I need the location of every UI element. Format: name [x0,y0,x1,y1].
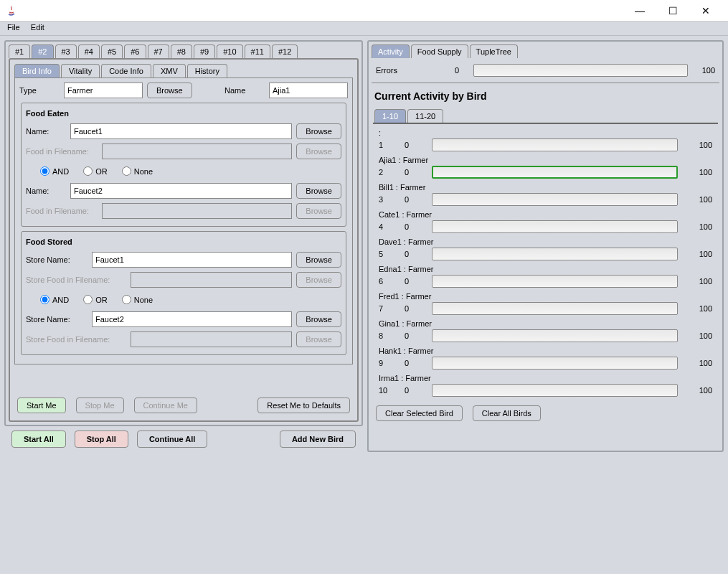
bird-max: 100 [691,386,712,395]
top-tab-2[interactable]: #2 [32,44,53,58]
bird-max: 100 [691,359,712,367]
sub-tab-code-info[interactable]: Code Info [101,64,151,77]
bird-value: 0 [405,331,419,340]
sub-tab-xmv[interactable]: XMV [153,64,186,77]
fs-radio-and[interactable]: AND [40,295,69,304]
fe-radio-or[interactable]: OR [83,166,108,176]
minimize-button[interactable]: — [623,0,656,22]
bird-max: 100 [691,304,712,313]
fe-ff1-input [102,144,292,159]
bird-progress-bar [432,302,678,315]
menu-file[interactable]: File [7,23,20,32]
top-tab-12[interactable]: #12 [272,44,298,58]
fs-sff1-input [131,272,292,288]
food-stored-section: Food Stored Store Name: Browse Store Foo… [21,231,346,355]
bird-progress-bar [432,357,678,370]
start-all-button[interactable]: Start All [11,430,66,448]
page-tab-1-10[interactable]: 1-10 [374,109,406,123]
close-button[interactable]: ✕ [689,0,722,22]
top-tab-10[interactable]: #10 [217,44,242,58]
bird-index: 3 [379,195,392,204]
top-tab-5[interactable]: #5 [101,44,123,58]
bird-progress-bar [432,193,678,206]
bird-index: 4 [379,222,392,231]
page-tab-11-20[interactable]: 11-20 [407,109,443,123]
start-me-button[interactable]: Start Me [17,397,66,413]
bird-item: Ajia1 : Farmer 2 0 100 [379,156,712,179]
bird-value: 0 [405,359,419,367]
right-panel: ActivityFood SupplyTupleTree Errors 0 10… [367,40,724,452]
bird-value: 0 [405,141,419,149]
top-tab-7[interactable]: #7 [148,44,169,58]
page-tabs: 1-1011-20 [369,106,722,123]
add-new-bird-button[interactable]: Add New Bird [280,430,356,448]
bird-progress-bar [432,138,678,151]
bird-progress-bar [432,384,678,397]
bird-name: Irma1 : Farmer [379,374,712,382]
top-tab-9[interactable]: #9 [194,44,215,58]
fe-ff1-browse: Browse [296,144,341,159]
right-tabs: ActivityFood SupplyTupleTree [369,42,722,58]
bird-index: 2 [379,168,392,177]
bird-progress-bar [432,248,678,260]
bird-index: 10 [379,386,392,395]
stop-all-button[interactable]: Stop All [75,430,128,448]
fs-radio-none[interactable]: None [122,295,153,304]
top-tab-4[interactable]: #4 [78,44,100,58]
bird-value: 0 [405,195,419,204]
name-input[interactable] [269,83,348,98]
continue-all-button[interactable]: Continue All [137,430,207,448]
fs-sn2-browse[interactable]: Browse [296,311,341,327]
bird-max: 100 [691,222,712,231]
fs-sn1-label: Store Name: [26,255,88,264]
top-tab-1[interactable]: #1 [9,44,30,58]
fe-name1-input[interactable] [70,123,292,139]
fs-sn1-input[interactable] [92,252,292,268]
food-eaten-section: Food Eaten Name: Browse Food in Filename… [21,103,346,227]
sub-tab-history[interactable]: History [187,64,227,77]
type-label: Type [19,86,60,95]
bottom-bar: Start All Stop All Continue All Add New … [4,426,363,452]
top-tab-8[interactable]: #8 [171,44,192,58]
right-tab-tupletree[interactable]: TupleTree [470,44,518,58]
fe-name2-browse[interactable]: Browse [296,183,341,199]
fe-name1-browse[interactable]: Browse [296,123,341,139]
fs-sn1-browse[interactable]: Browse [296,252,341,268]
maximize-button[interactable]: ☐ [656,0,689,22]
clear-all-button[interactable]: Clear All Birds [473,405,541,421]
fe-ff1-label: Food in Filename: [26,147,98,156]
fs-sff2-browse: Browse [296,331,341,347]
menu-edit[interactable]: Edit [31,23,44,32]
fe-name2-input[interactable] [70,183,292,199]
fe-radio-and[interactable]: AND [40,166,69,176]
right-tab-activity[interactable]: Activity [372,44,410,58]
top-tab-6[interactable]: #6 [124,44,146,58]
bird-name: : [379,128,712,137]
bird-max: 100 [691,331,712,340]
fs-radio-or[interactable]: OR [83,295,108,304]
fe-radio-none[interactable]: None [122,166,153,176]
reset-me-button[interactable]: Reset Me to Defaults [257,397,350,413]
bird-progress-bar [432,220,678,233]
java-icon [6,5,17,17]
sub-tab-vitality[interactable]: Vitality [61,64,100,77]
bird-item: Bill1 : Farmer 3 0 100 [379,183,712,206]
fe-ff2-input [102,203,292,219]
bird-item: Fred1 : Farmer 7 0 100 [379,292,712,315]
top-tab-3[interactable]: #3 [55,44,77,58]
fs-sff1-browse: Browse [296,272,341,288]
clear-selected-button[interactable]: Clear Selected Bird [376,405,463,421]
bird-item: Cate1 : Farmer 4 0 100 [379,210,712,233]
bird-index: 8 [379,331,392,340]
title-bar: — ☐ ✕ [0,0,728,22]
fs-sff1-label: Store Food in Filename: [26,276,126,284]
bird-index: 7 [379,304,392,313]
right-tab-food-supply[interactable]: Food Supply [411,44,468,58]
type-browse-button[interactable]: Browse [147,83,192,98]
sub-tab-bird-info[interactable]: Bird Info [14,64,60,77]
type-input[interactable] [64,83,143,98]
top-tab-11[interactable]: #11 [245,44,270,58]
fs-sn2-input[interactable] [92,311,292,327]
bird-index: 1 [379,141,392,149]
fe-name1-label: Name: [26,127,66,136]
